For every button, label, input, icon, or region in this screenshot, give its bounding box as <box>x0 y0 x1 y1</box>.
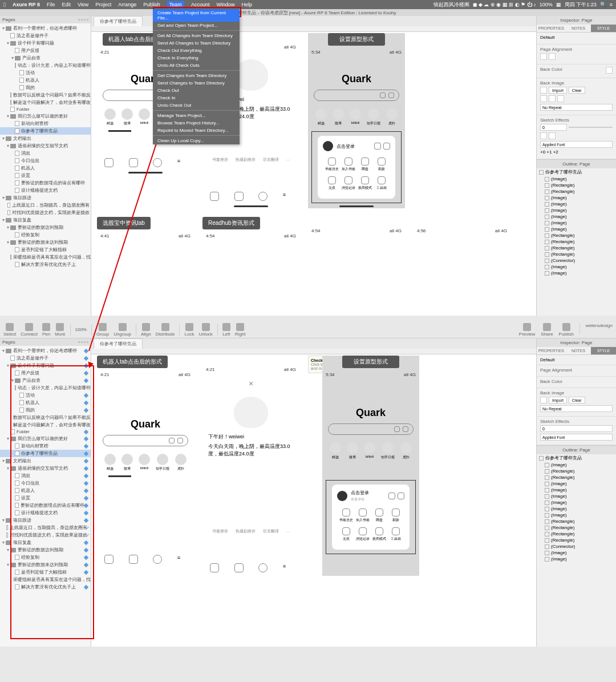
menu-repoint[interactable]: Repoint to Moved Team Directory... <box>153 127 240 134</box>
outline-item[interactable]: (Rectangle) <box>537 232 616 239</box>
tree-item[interactable]: ▾项目复盘 <box>0 216 91 224</box>
menu-get-all[interactable]: Get All Changes from Team Directory <box>153 32 240 39</box>
tree-item[interactable]: 今日信息 <box>0 157 91 164</box>
outline-item[interactable]: (Image) <box>537 556 616 562</box>
tree-item[interactable]: ▾要验证的数据达到预期 <box>0 224 91 231</box>
chip[interactable]: 语音翻译 <box>263 157 279 163</box>
canvas-tab[interactable]: 你参考了哪些竞品 <box>94 338 143 349</box>
tree-item[interactable]: 解是这个问题解决了，会对业务有哪改革， <box>0 99 91 106</box>
outline-root[interactable]: 你参考了哪些竞品 <box>537 454 616 462</box>
tree-item[interactable]: 今日信息 <box>0 479 91 487</box>
team-dropdown[interactable]: Create Team Project from Current File...… <box>153 9 240 144</box>
chip[interactable]: 书签推荐 <box>212 157 228 163</box>
tree-item[interactable]: Folder <box>0 106 91 112</box>
outline-item[interactable]: (Image) <box>537 264 616 270</box>
tree-item[interactable]: 机器人 <box>0 76 91 84</box>
outline-item[interactable]: (Image) <box>537 226 616 232</box>
grid-item[interactable]: 工具箱 <box>373 174 390 193</box>
avatar-item[interactable]: 虎扑 <box>386 108 398 126</box>
grid-item[interactable]: 无痕 <box>338 525 354 544</box>
avatar-item[interactable]: bilibili <box>139 108 150 126</box>
menu-team[interactable]: Team <box>167 1 184 8</box>
menu-window[interactable]: Window <box>216 2 234 7</box>
tree-item[interactable]: ▾我们怎么做可以做的更好 <box>0 435 91 442</box>
search-bar[interactable] <box>103 435 188 446</box>
tree-item[interactable]: 活动 <box>0 392 91 399</box>
tab-style[interactable]: STYLE <box>591 25 616 32</box>
tree-item[interactable]: 数据可以反映这个问题吗？如果不能反 <box>0 91 91 99</box>
outline-item[interactable]: (Image) <box>537 462 616 468</box>
outline-item[interactable]: (Rectangle) <box>537 537 616 543</box>
outline-item[interactable]: (Rectangle) <box>537 518 616 524</box>
outline-item[interactable]: (Rectangle) <box>537 524 616 531</box>
outline-item[interactable]: (Rectangle) <box>537 188 616 195</box>
tree-item[interactable]: ▾设个样子有哪问题 <box>0 362 91 369</box>
outline-item[interactable]: (Image) <box>537 176 616 182</box>
outline-item[interactable]: (Image) <box>537 506 616 512</box>
outline-item[interactable]: (Rectangle) <box>537 239 616 245</box>
menu-get-open-team[interactable]: Get and Open Team Project... <box>153 22 240 29</box>
avatar-item[interactable]: 知乎日报 <box>156 454 169 471</box>
outline-item[interactable]: (Image) <box>537 499 616 506</box>
tree-item[interactable]: 采暖指标是否具有某应在这个问题，找个 <box>0 253 91 261</box>
tool-more[interactable]: More <box>55 323 65 337</box>
avatar-item[interactable]: 微博 <box>333 108 344 126</box>
outline-item[interactable]: (Image) <box>537 213 616 220</box>
grid-item[interactable]: 加入书签 <box>340 155 356 174</box>
tool-connect[interactable]: Connect <box>21 323 38 337</box>
avatar-item[interactable]: 微博 <box>121 108 133 126</box>
login-text[interactable]: 点击登录 <box>337 143 355 150</box>
grid-item[interactable]: 网盘 <box>356 155 373 174</box>
tree-item[interactable]: 动态：设计欠差，内容上不知道哪些 <box>0 384 91 392</box>
tree-item[interactable]: ▾看到一个需求时，你还考虑哪些 <box>0 347 91 354</box>
tree-item[interactable]: 用户反馈 <box>0 369 91 377</box>
menu-view[interactable]: View <box>78 2 88 7</box>
publish-button[interactable]: Publish <box>559 323 574 337</box>
tree-item[interactable]: ▾要验证的数据未达到预期 <box>0 239 91 246</box>
outline-item[interactable]: (Rectangle) <box>537 531 616 537</box>
tree-item[interactable]: 你参考了哪些竞品 <box>0 127 91 135</box>
avatar-item[interactable]: 知乎日报 <box>381 442 395 460</box>
menu-undo-all[interactable]: Undo All Check Outs <box>153 62 240 69</box>
tab-style[interactable]: STYLE <box>591 347 616 354</box>
outline-item[interactable]: (Rectangle) <box>537 474 616 481</box>
outline-item[interactable]: (Image) <box>537 512 616 518</box>
avatar-item[interactable]: 精选 <box>330 442 341 460</box>
tree-item[interactable]: 消息 <box>0 150 91 157</box>
tab-properties[interactable]: PROPERTIES <box>537 347 566 354</box>
tree-item[interactable]: 解是这个问题解决了，会对业务有哪改革， <box>0 421 91 429</box>
outline-item[interactable]: (Rectangle) <box>537 468 616 474</box>
outline-item[interactable]: (Rectangle) <box>537 245 616 251</box>
menu-checkin-all[interactable]: Check In Everything <box>153 54 240 62</box>
chip[interactable]: 热播剧推荐 <box>236 528 256 534</box>
tree-item[interactable]: 我的 <box>0 84 91 91</box>
font-adjust[interactable]: +0 +1 +2 <box>540 150 558 155</box>
menu-send-all[interactable]: Send All Changes to Team Directory <box>153 39 240 47</box>
zoom-level[interactable]: 100% <box>75 327 87 332</box>
grid-item[interactable]: 无痕 <box>323 174 340 193</box>
tree-item[interactable]: ▾我们怎么做可以做的更好 <box>0 112 91 120</box>
tree-item[interactable]: 活动 <box>0 69 91 76</box>
tree-item[interactable]: Folder <box>0 429 91 435</box>
tab-properties[interactable]: PROPERTIES <box>537 25 566 32</box>
menu-help[interactable]: Help <box>241 2 252 7</box>
outline-item[interactable]: (Image) <box>537 195 616 201</box>
tree-item[interactable]: 采暖指标是否具有某应在这个问题，找个 <box>0 576 91 583</box>
avatar-item[interactable]: 精选 <box>104 108 116 126</box>
outline-item[interactable]: (Connector) <box>537 543 616 550</box>
tree-item[interactable]: ▾产品自查 <box>0 54 91 62</box>
tree-item[interactable]: 是否判定错了大幅指标 <box>0 568 91 576</box>
menu-undo-checkout[interactable]: Undo Check Out <box>153 102 240 109</box>
import-button[interactable]: Import <box>549 87 567 94</box>
tree-item[interactable]: 对找到优质摄进文档，实现效果是摄效 <box>0 531 91 539</box>
menu-publish[interactable]: Publish <box>143 2 160 7</box>
clear-button[interactable]: Clear <box>569 397 585 403</box>
preview-button[interactable]: Preview <box>519 323 535 337</box>
tree-item[interactable]: ▾设个样子有哪问题 <box>0 39 91 47</box>
menu-project[interactable]: Project <box>95 2 111 7</box>
outline-item[interactable]: (Image) <box>537 487 616 493</box>
menu-manage[interactable]: Manage Team Project... <box>153 112 240 119</box>
grid-item[interactable]: 工具箱 <box>387 525 404 544</box>
tree-item[interactable]: ▾要验证的数据达到预期 <box>0 546 91 554</box>
tree-item[interactable]: 流之看是做件子 <box>0 354 91 362</box>
